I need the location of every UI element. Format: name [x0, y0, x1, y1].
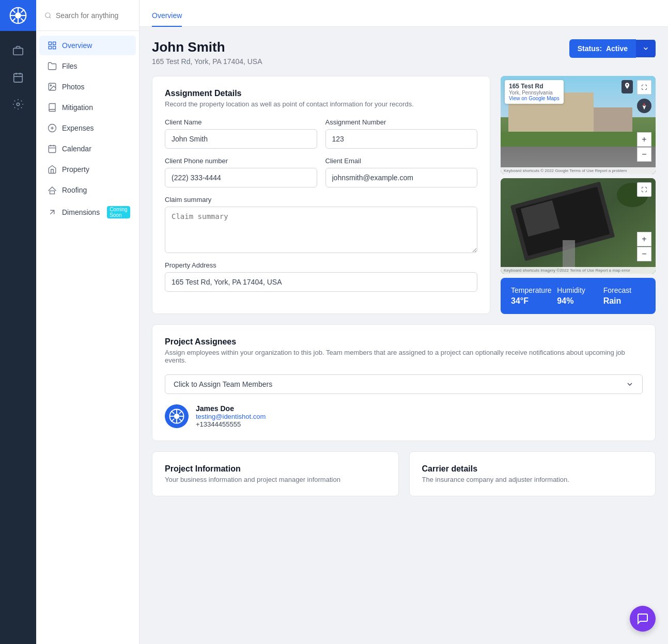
sidebar-item-mitigation[interactable]: Mitigation [39, 98, 136, 117]
phone-field: Client Phone number [165, 157, 317, 187]
phone-label: Client Phone number [165, 157, 317, 165]
claim-summary-field: Claim summary [165, 196, 477, 253]
svg-rect-28 [49, 146, 56, 153]
status-button[interactable]: Status: Active [569, 39, 656, 58]
map-address-label: 165 Test Rd York, Pennsylvania View on G… [505, 80, 564, 104]
sidebar-item-photos[interactable]: Photos [39, 77, 136, 97]
assignee-email: testing@identishot.com [196, 413, 266, 420]
project-info-subtitle: Your business information and project ma… [165, 476, 386, 483]
assignee-avatar [165, 404, 189, 428]
status-label: Status: Active [569, 39, 636, 58]
grass [501, 132, 656, 147]
status-arrow-icon[interactable] [636, 40, 656, 57]
assign-team-dropdown[interactable]: Click to Assign Team Members [165, 374, 643, 394]
app-logo[interactable] [0, 0, 36, 31]
svg-point-24 [50, 85, 51, 86]
temperature-label: Temperature [511, 286, 553, 294]
assignee-logo-icon [169, 409, 184, 424]
coming-soon-badge: Coming Soon [107, 206, 130, 218]
tab-overview[interactable]: Overview [152, 11, 182, 27]
svg-line-6 [12, 9, 15, 12]
forecast-label: Forecast [603, 286, 645, 294]
svg-point-36 [174, 414, 180, 419]
aerial-expand-btn[interactable] [637, 182, 651, 197]
icon-bar-calendar[interactable] [7, 66, 29, 89]
content-grid: Assignment Details Record the property l… [152, 76, 656, 314]
claim-summary-input[interactable] [165, 207, 477, 253]
client-name-label: Client Name [165, 118, 317, 126]
svg-line-41 [172, 411, 175, 414]
email-input[interactable] [325, 168, 478, 187]
phone-input[interactable] [165, 168, 317, 187]
humidity-item: Humidity 94% [557, 286, 599, 306]
project-info-card: Project Information Your business inform… [152, 451, 399, 496]
assignment-number-input[interactable] [325, 129, 478, 149]
search-input[interactable] [56, 11, 131, 20]
sidebar-item-files[interactable]: Files [39, 56, 136, 76]
sidebar-item-property[interactable]: Property [39, 160, 136, 179]
assignment-number-label: Assignment Number [325, 118, 478, 126]
carrier-details-title: Carrier details [422, 464, 643, 474]
icon-bar-briefcase[interactable] [7, 39, 29, 62]
map-expand-btn[interactable] [637, 80, 651, 95]
aerial-footer: Keyboard shortcuts Imagery ©2022 Terms o… [501, 267, 656, 274]
icon-bar-items [0, 31, 36, 124]
project-assignees-subtitle: Assign employees within your organizatio… [165, 349, 643, 364]
page-title: John Smith [152, 39, 262, 55]
svg-marker-33 [643, 103, 646, 106]
dimensions-icon [48, 208, 57, 217]
svg-rect-12 [14, 74, 23, 83]
sidebar-search-container [36, 0, 139, 31]
calendar-icon [48, 144, 57, 153]
aerial-zoom-in-btn[interactable]: + [637, 232, 651, 246]
assignee-info: James Doe testing@identishot.com +133444… [196, 404, 266, 428]
forecast-value: Rain [603, 296, 645, 306]
search-icon [44, 11, 52, 20]
main-area: Overview John Smith 165 Test Rd, York, P… [139, 0, 668, 644]
svg-point-16 [17, 103, 20, 106]
street-view-map: 165 Test Rd York, Pennsylvania View on G… [501, 76, 656, 174]
property-address-input[interactable] [165, 272, 477, 292]
sidebar-item-expenses-label: Expenses [62, 124, 94, 132]
sidebar-item-dimensions[interactable]: Dimensions Coming Soon [39, 201, 136, 224]
svg-point-17 [45, 12, 50, 17]
sidebar-item-calendar-label: Calendar [62, 145, 91, 153]
svg-rect-21 [49, 46, 51, 49]
svg-line-18 [50, 17, 51, 18]
map-zoom-out-btn[interactable]: − [637, 147, 651, 162]
property-icon [48, 165, 57, 174]
chat-button[interactable] [630, 606, 656, 632]
aerial-zoom-controls: + − [637, 232, 651, 261]
sidebar-item-property-label: Property [62, 165, 89, 174]
svg-marker-34 [643, 106, 646, 109]
tab-bar: Overview [139, 0, 668, 27]
sidebar: Overview Files Photos Mitigation Expense… [36, 0, 139, 644]
map-zoom-controls: + − [637, 132, 651, 162]
assignment-number-field: Assignment Number [325, 118, 478, 149]
sidebar-item-expenses[interactable]: Expenses [39, 118, 136, 138]
sidebar-item-roofing[interactable]: Roofing [39, 180, 136, 200]
svg-line-9 [12, 18, 15, 21]
sidebar-item-overview[interactable]: Overview [39, 36, 136, 55]
icon-bar-settings[interactable] [7, 93, 29, 116]
sidebar-item-calendar[interactable]: Calendar [39, 139, 136, 159]
humidity-label: Humidity [557, 286, 599, 294]
project-assignees-card: Project Assignees Assign employees withi… [152, 324, 656, 441]
aerial-zoom-out-btn[interactable]: − [637, 247, 651, 261]
project-info-title: Project Information [165, 464, 386, 474]
client-name-input[interactable] [165, 129, 317, 149]
assignment-details-title: Assignment Details [165, 89, 477, 98]
aerial-view-map: + − Keyboard shortcuts Imagery ©2022 Ter… [501, 178, 656, 274]
email-field: Client Email [325, 157, 478, 187]
map-zoom-in-btn[interactable]: + [637, 132, 651, 147]
assignment-details-card: Assignment Details Record the property l… [152, 76, 490, 314]
map-compass-icon [637, 99, 651, 113]
bottom-row: Project Information Your business inform… [152, 451, 656, 496]
sidebar-item-files-label: Files [62, 62, 77, 70]
svg-line-43 [179, 411, 182, 414]
header-row: John Smith 165 Test Rd, York, PA 17404, … [152, 39, 656, 66]
maps-link[interactable]: View on Google Maps [509, 96, 560, 101]
assignee-name: James Doe [196, 404, 266, 413]
map-footer: Keyboard shortcuts © 2022 Google Terms o… [501, 167, 656, 174]
svg-line-7 [21, 18, 24, 21]
